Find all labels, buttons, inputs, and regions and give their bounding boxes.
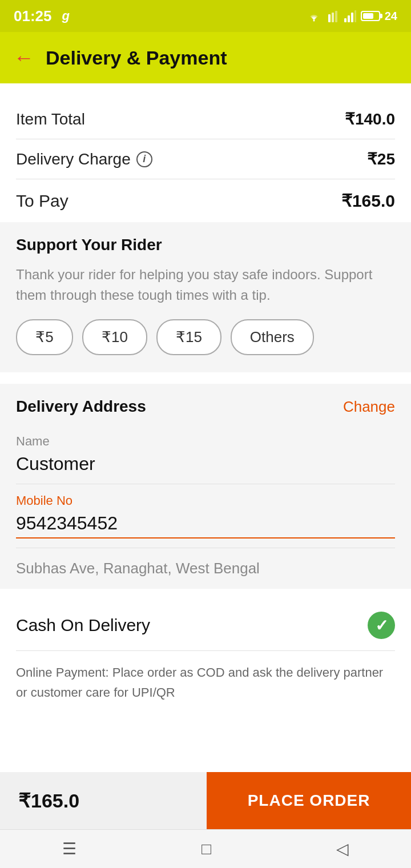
battery-icon (361, 11, 380, 21)
svg-rect-1 (328, 14, 331, 22)
delivery-charge-label: Delivery Charge i (16, 150, 152, 168)
name-label: Name (16, 434, 395, 449)
mobile-label: Mobile No (16, 493, 395, 508)
payment-note: Online Payment: Place order as COD and a… (16, 651, 395, 716)
item-total-row: Item Total ₹140.0 (16, 99, 395, 139)
name-value: Customer (16, 453, 395, 475)
tip-btn-10[interactable]: ₹10 (82, 319, 147, 355)
delivery-charge-row: Delivery Charge i ₹25 (16, 139, 395, 179)
delivery-address-section: Delivery Address Change Name Customer Mo… (0, 384, 411, 589)
svg-rect-5 (348, 15, 350, 22)
mobile-field: Mobile No 9542345452 (16, 484, 395, 548)
delivery-charge-value: ₹25 (367, 150, 395, 168)
bottom-total: ₹165.0 (0, 772, 207, 829)
back-button[interactable]: ← (14, 46, 34, 70)
signal-icon (344, 10, 356, 22)
tip-section: Support Your Rider Thank your rider for … (0, 222, 411, 372)
item-total-value: ₹140.0 (345, 110, 395, 128)
change-address-button[interactable]: Change (343, 398, 395, 416)
tip-buttons-group: ₹5 ₹10 ₹15 Others (16, 319, 395, 355)
status-bar: 01:25 g 24 (0, 0, 411, 32)
nav-back-icon[interactable]: ◁ (336, 839, 349, 858)
tip-btn-15[interactable]: ₹15 (156, 319, 221, 355)
payment-method-row: Cash On Delivery ✓ (16, 600, 395, 651)
address-partial: Subhas Ave, Ranaghat, West Bengal (16, 548, 395, 589)
to-pay-value: ₹165.0 (341, 191, 395, 211)
to-pay-row: To Pay ₹165.0 (16, 179, 395, 222)
place-order-button[interactable]: PLACE ORDER (207, 772, 411, 829)
item-total-label: Item Total (16, 110, 85, 128)
mobile-value: 9542345452 (16, 513, 395, 539)
tip-btn-5[interactable]: ₹5 (16, 319, 73, 355)
navigation-bar: ☰ □ ◁ (0, 829, 411, 868)
info-icon[interactable]: i (136, 151, 152, 167)
status-icons: 24 (306, 10, 397, 23)
delivery-address-title: Delivery Address (16, 397, 146, 416)
svg-rect-7 (354, 10, 356, 22)
nav-home-icon[interactable]: □ (202, 840, 211, 858)
bottom-bar: ₹165.0 PLACE ORDER (0, 772, 411, 829)
to-pay-label: To Pay (16, 191, 68, 211)
phone-icon (327, 10, 339, 22)
wifi-icon (306, 10, 322, 22)
svg-point-0 (313, 20, 315, 22)
tip-btn-others[interactable]: Others (231, 319, 314, 355)
app-header: ← Delivery & Payment (0, 32, 411, 83)
tip-description: Thank your rider for helping you stay sa… (16, 264, 395, 306)
svg-rect-3 (335, 11, 337, 22)
app-icon: g (62, 9, 70, 23)
battery-level: 24 (385, 10, 397, 23)
payment-check-icon: ✓ (368, 612, 395, 639)
payment-section: Cash On Delivery ✓ Online Payment: Place… (0, 589, 411, 716)
main-content: Item Total ₹140.0 Delivery Charge i ₹25 … (0, 83, 411, 830)
svg-rect-2 (332, 13, 334, 22)
tip-title: Support Your Rider (16, 236, 395, 254)
name-field: Name Customer (16, 425, 395, 484)
delivery-header: Delivery Address Change (16, 397, 395, 416)
page-title: Delivery & Payment (46, 47, 227, 69)
nav-menu-icon[interactable]: ☰ (62, 839, 76, 858)
status-time: 01:25 (14, 7, 52, 25)
svg-rect-4 (344, 18, 346, 22)
order-summary: Item Total ₹140.0 Delivery Charge i ₹25 … (0, 83, 411, 222)
payment-method-label: Cash On Delivery (16, 616, 150, 635)
svg-rect-6 (351, 13, 353, 22)
